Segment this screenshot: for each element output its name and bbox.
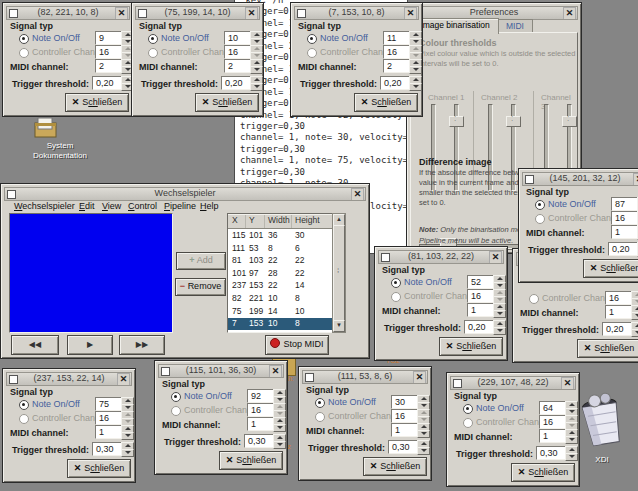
controller-change-radio[interactable] (315, 412, 325, 422)
schliessen-button[interactable]: ✕Schließen (577, 339, 638, 358)
spin-down-icon[interactable] (409, 66, 422, 74)
controller-change-radio[interactable] (535, 214, 545, 224)
table-row[interactable]: 82221108 (228, 293, 332, 305)
dialog-titlebar[interactable]: (111, 53, 8, 6) ✕ (302, 370, 428, 384)
close-icon[interactable]: ✕ (563, 7, 576, 20)
schliessen-button[interactable]: ✕Schließen (583, 259, 638, 278)
video-canvas[interactable] (9, 213, 173, 333)
dialog-titlebar[interactable]: (75, 199, 14, 10) ✕ (135, 6, 260, 20)
spin-down-icon[interactable] (250, 83, 263, 91)
add-button[interactable]: + Add (176, 252, 226, 270)
controller-change-radio[interactable] (391, 292, 401, 302)
slider-handle[interactable] (506, 116, 521, 127)
dialog-titlebar[interactable]: (237, 153, 22, 14) ✕ (6, 372, 132, 386)
controller-change-radio[interactable] (529, 294, 539, 304)
schliessen-button[interactable]: ✕Schließen (354, 93, 418, 112)
schliessen-button[interactable]: ✕Schließen (511, 463, 575, 482)
close-icon[interactable]: ✕ (404, 7, 417, 20)
schliessen-button[interactable]: ✕Schließen (439, 337, 503, 356)
stop-midi-button[interactable]: Stop MIDI (265, 335, 329, 355)
schliessen-button[interactable]: ✕Schließen (65, 93, 129, 112)
spin-down-icon[interactable] (417, 447, 430, 455)
dialog-titlebar[interactable]: (82, 221, 10, 8) ✕ (6, 6, 130, 20)
controller-change-radio[interactable] (148, 48, 158, 58)
dialog-titlebar[interactable]: (145, 201, 32, 12) ✕ (522, 172, 638, 186)
table-row[interactable]: 811032222 (228, 255, 332, 267)
close-icon[interactable]: ✕ (561, 377, 574, 390)
spin-down-icon[interactable] (565, 436, 578, 444)
dialog-titlebar[interactable]: (7, 153, 10, 8) ✕ (294, 6, 419, 20)
table-row[interactable]: 7153108 (228, 318, 332, 330)
table-row[interactable]: 1115386 (228, 243, 332, 255)
close-icon[interactable]: ✕ (115, 7, 128, 20)
note-onoff-radio[interactable] (19, 400, 29, 410)
close-icon[interactable]: ✕ (117, 373, 130, 386)
close-icon[interactable]: ✕ (633, 173, 638, 186)
slider-handle[interactable] (562, 116, 577, 127)
controller-change-radio[interactable] (19, 414, 29, 424)
menu-control[interactable]: Control (128, 201, 157, 211)
close-icon[interactable]: ✕ (489, 251, 502, 264)
controller-change-radio[interactable] (19, 48, 29, 58)
spin-down-icon[interactable] (250, 66, 263, 74)
note-onoff-radio[interactable] (171, 392, 181, 402)
spin-down-icon[interactable] (273, 424, 286, 432)
controller-change-radio[interactable] (307, 48, 317, 58)
controller-change-radio[interactable] (171, 406, 181, 416)
wechselspieler-titlebar[interactable]: Wechselspieler ✕ (4, 187, 366, 201)
close-x-icon: ✕ (202, 97, 210, 107)
note-onoff-radio[interactable] (463, 404, 473, 414)
dialog-titlebar[interactable]: (115, 101, 36, 30) ✕ (158, 364, 284, 378)
spin-down-icon[interactable] (417, 430, 430, 438)
spin-down-icon[interactable] (493, 327, 506, 335)
menu-edit[interactable]: Edit (79, 201, 95, 211)
scroll-down-icon[interactable]: ▼ (333, 320, 345, 332)
menu-pipeline[interactable]: Pipeline (164, 201, 196, 211)
rewind-button[interactable]: ◀◀ (11, 335, 59, 355)
note-onoff-radio[interactable] (148, 34, 158, 44)
schliessen-button[interactable]: ✕Schließen (195, 93, 259, 112)
table-row[interactable]: 101972822 (228, 268, 332, 280)
schliessen-button[interactable]: ✕Schließen (363, 457, 427, 476)
menu-wechselspieler[interactable]: Wechselspieler (14, 201, 75, 211)
slider-handle[interactable] (449, 116, 464, 127)
note-onoff-radio[interactable] (535, 200, 545, 210)
note-onoff-radio[interactable] (307, 34, 317, 44)
system-doc-label-line2[interactable]: Dokumentation (14, 151, 106, 160)
menu-help[interactable]: Help (200, 201, 219, 211)
close-icon[interactable]: ✕ (413, 371, 426, 384)
dialog-titlebar[interactable]: (81, 103, 22, 22) ✕ (378, 250, 504, 264)
spin-down-icon[interactable] (273, 441, 286, 449)
spin-down-icon[interactable] (121, 449, 134, 457)
forward-button[interactable]: ▶▶ (119, 335, 165, 355)
trash-label[interactable]: XDI (584, 455, 620, 464)
close-icon[interactable]: ✕ (245, 7, 258, 20)
remove-button[interactable]: − Remove (175, 278, 226, 296)
menu-view[interactable]: View (102, 201, 121, 211)
spin-down-icon[interactable] (121, 432, 134, 440)
dialog-titlebar[interactable]: (229, 107, 48, 22) ✕ (450, 376, 576, 390)
scrollbar-thumb[interactable] (333, 225, 345, 321)
trash-icon[interactable] (576, 392, 628, 458)
note-onoff-radio[interactable] (315, 398, 325, 408)
close-icon[interactable]: ✕ (269, 365, 282, 378)
tab-midi[interactable]: MIDI (497, 19, 533, 33)
schliessen-button[interactable]: ✕Schließen (67, 459, 131, 478)
tab-image-binarisation[interactable]: Image binarisation (411, 18, 499, 34)
table-row[interactable]: 1151013630 (228, 230, 332, 242)
table-row[interactable]: 751991410 (228, 306, 332, 318)
system-doc-icon[interactable] (32, 114, 60, 144)
spin-down-icon[interactable] (631, 312, 638, 320)
spin-down-icon[interactable] (493, 310, 506, 318)
spin-down-icon[interactable] (565, 453, 578, 461)
spin-down-icon[interactable] (631, 329, 638, 337)
play-button[interactable]: ▶ (67, 335, 113, 355)
note-onoff-radio[interactable] (391, 278, 401, 288)
table-scrollbar[interactable]: ▲ ▼ (332, 213, 346, 333)
schliessen-button[interactable]: ✕Schließen (219, 451, 283, 470)
spin-down-icon[interactable] (409, 83, 422, 91)
table-header[interactable]: X Y Width Height (228, 214, 332, 229)
controller-change-radio[interactable] (463, 418, 473, 428)
table-row[interactable]: 2371532214 (228, 280, 332, 292)
note-onoff-radio[interactable] (19, 34, 29, 44)
